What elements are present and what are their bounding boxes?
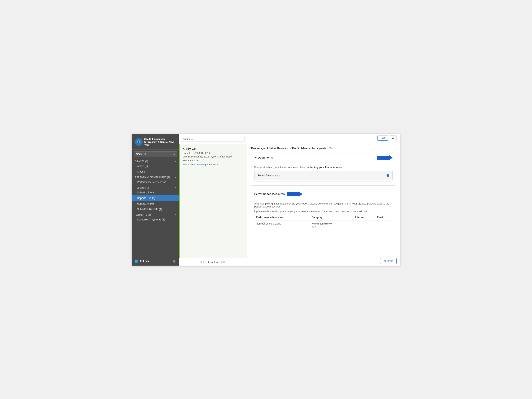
sidebar-item-submit-story[interactable]: Submit a Story — [132, 190, 179, 195]
pm-description-2: Update each one with your current perfor… — [254, 210, 393, 213]
report-card-report-id: Report ID: 819 — [183, 159, 244, 163]
report-card-status: Status: New / Pending Submission — [183, 163, 244, 166]
documents-section: ▼ Documents Please attach any additional… — [251, 152, 396, 186]
search-bar — [179, 134, 247, 144]
sidebar-logo: Health Foundation for Western & Central … — [132, 134, 179, 150]
org-selector-chevron: ⌄ — [173, 152, 175, 156]
chevron-down-icon: ▾ — [175, 160, 176, 163]
sidebar-item-pm[interactable]: Performance Measures (1) — [132, 179, 179, 185]
attachment-label: Report Attachments — [258, 174, 280, 177]
print-button[interactable]: 🖨 — [390, 135, 397, 141]
search-input[interactable] — [181, 136, 245, 142]
arrow-body-pm — [287, 192, 298, 196]
performance-measures-header: Performance Measures — [251, 189, 396, 199]
arrow-head-docs — [389, 155, 393, 160]
chevron-down-icon: ▾ — [175, 187, 176, 189]
documents-description: Please attach any additional documents h… — [254, 166, 393, 169]
pagination-next-button[interactable]: ▶▶ — [220, 260, 227, 264]
report-card-grant-id: Grant ID: G-202201-00752 — [183, 151, 244, 155]
pm-col-category: Category — [310, 215, 353, 220]
main-scroll-area: Percentage of Native Hawaiian or Pacific… — [247, 143, 400, 256]
report-card-due: Due: December 31, 2022 | Type: Grantee R… — [183, 155, 244, 159]
arrow-head-pm — [298, 191, 302, 197]
pm-col-final: Final — [375, 215, 393, 220]
pm-cell-final — [375, 220, 393, 230]
fluxx-logo: FLUXX — [135, 260, 149, 263]
sidebar-nav: GRANTS (1) ▾ Active (1) Closed PERFORMAN… — [132, 158, 179, 257]
logo-title: Health Foundation — [144, 138, 176, 140]
table-row: Number of ice creams How much did wedo? — [254, 220, 393, 230]
report-card-title: Kiddy Co — [183, 147, 244, 151]
logo-subtitle: for Western & Central New York — [144, 140, 176, 147]
pm-cell-interim — [353, 220, 375, 230]
submit-bar: Submit — [247, 256, 400, 266]
pm-cell-measure: Number of ice creams — [254, 220, 310, 230]
nav-section-grants[interactable]: GRANTS (1) ▾ — [132, 158, 179, 164]
sidebar: Health Foundation for Western & Central … — [132, 134, 179, 266]
logo-icon — [135, 138, 143, 146]
submit-button[interactable]: Submit — [380, 258, 397, 264]
pm-description-1: After completing, saving and closing you… — [254, 202, 393, 208]
fluxx-dot-icon — [135, 260, 138, 263]
org-selector-label: Kiddy Co — [136, 152, 146, 156]
performance-measures-title: Performance Measures — [254, 192, 285, 196]
pagination-prev-button[interactable]: ◀◀ — [199, 260, 205, 264]
pm-table: Performance Measure Category Interim Fin… — [254, 215, 393, 230]
attachment-progress-bar — [254, 182, 393, 182]
field-row-hawaiian: Percentage of Native Hawaiian or Pacific… — [251, 146, 396, 150]
org-selector[interactable]: Kiddy Co ⌄ — [134, 151, 177, 157]
pm-col-interim: Interim — [353, 215, 375, 220]
pagination-bar: ◀◀ 1 - 1 of 1 ▶▶ — [179, 258, 247, 266]
attachment-row: Report Attachments ⊕ — [254, 171, 393, 180]
sidebar-item-active[interactable]: Active (1) — [132, 164, 179, 169]
sidebar-footer: FLUXX ⚙ — [132, 257, 179, 266]
nav-section-reports[interactable]: REPORTS (2) ▾ — [132, 185, 179, 190]
gear-icon[interactable]: ⚙ — [173, 260, 176, 263]
chevron-down-icon: ▾ — [175, 214, 176, 216]
documents-body: Please attach any additional documents h… — [251, 163, 396, 185]
field-value-hawaiian: 0% — [329, 147, 332, 150]
sidebar-item-reports-to-edit[interactable]: Reports to Edit — [132, 201, 179, 206]
sidebar-item-closed[interactable]: Closed — [132, 169, 179, 175]
attachment-add-button[interactable]: ⊕ — [386, 173, 389, 178]
sidebar-item-submitted-reports[interactable]: Submitted Reports (1) — [132, 206, 179, 212]
documents-title: ▼ Documents — [254, 156, 273, 159]
chevron-down-icon: ▾ — [175, 176, 176, 178]
pm-cell-category: How much did wedo? — [310, 220, 353, 230]
performance-measures-section: Performance Measures After completing, s… — [251, 189, 396, 233]
arrow-body-docs — [377, 156, 389, 160]
field-label-hawaiian: Percentage of Native Hawaiian or Pacific… — [251, 147, 327, 150]
sidebar-item-reports-due[interactable]: Reports Due (1) — [132, 195, 179, 201]
print-icon: 🖨 — [392, 136, 395, 140]
nav-section-performance[interactable]: PERFORMANCE MEASURES (1) ▾ — [132, 175, 179, 179]
main-toolbar: Edit 🖨 — [247, 134, 400, 143]
performance-measures-body: After completing, saving and closing you… — [251, 199, 396, 233]
pagination-info: 1 - 1 of 1 — [208, 260, 218, 263]
documents-header: ▼ Documents — [251, 153, 396, 163]
edit-button[interactable]: Edit — [377, 136, 388, 141]
sidebar-item-scheduled-payments[interactable]: Scheduled Payments (1) — [132, 217, 179, 222]
nav-section-payments[interactable]: PAYMENTS (1) ▾ — [132, 212, 179, 217]
middle-panel: Kiddy Co Grant ID: G-202201-00752 Due: D… — [179, 134, 247, 266]
main-content: Edit 🖨 Percentage of Native Hawaiian or … — [247, 134, 400, 266]
report-card[interactable]: Kiddy Co Grant ID: G-202201-00752 Due: D… — [179, 144, 247, 258]
pm-col-measure: Performance Measure — [254, 215, 310, 220]
